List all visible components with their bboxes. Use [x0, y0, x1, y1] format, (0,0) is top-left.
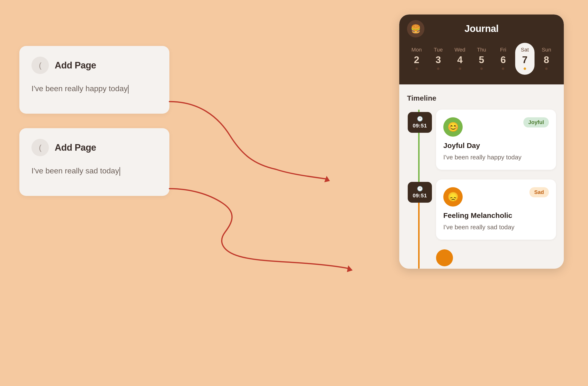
day-name-tue: Tue [434, 47, 443, 53]
journal-top: 🍔 Journal [407, 23, 556, 34]
day-name-fri: Fri [500, 47, 506, 53]
journal-card-2[interactable]: 😞 Sad Feeling Melancholic I've been real… [436, 180, 556, 240]
text-cursor-1 [128, 85, 128, 94]
day-name-mon: Mon [411, 47, 422, 53]
left-panel: ( Add Page I've been really happy today … [19, 46, 169, 196]
timeline-label: Timeline [407, 94, 556, 102]
journal-icon-wrap: 🍔 [407, 20, 424, 38]
mood-emoji-2: 😞 [447, 192, 459, 202]
time-badge-2: 🕐 09:51 [408, 182, 432, 203]
card-title-1: Add Page [55, 60, 96, 71]
day-number-wed: 4 [457, 55, 462, 64]
svg-marker-0 [324, 176, 331, 184]
day-sat[interactable]: Sat 7 [515, 43, 534, 75]
day-number-mon: 2 [414, 55, 419, 64]
journal-card-top-2: 😞 Sad [443, 187, 549, 206]
day-mon[interactable]: Mon 2 [407, 43, 426, 75]
day-number-sat: 7 [522, 55, 527, 64]
day-dot-tue [437, 67, 440, 70]
card-text-2: I've been really sad today [31, 165, 157, 177]
card-header-2: ( Add Page [31, 139, 157, 156]
card-text-1: I've been really happy today [31, 83, 157, 94]
journal-card-top-1: 😊 Joyful [443, 117, 549, 137]
day-dot-sun [545, 67, 547, 70]
time-text-2: 09:51 [413, 193, 427, 199]
entry-title-1: Joyful Day [443, 142, 549, 150]
journal-title: Journal [464, 23, 499, 34]
moon-icon-2: ( [31, 139, 49, 156]
card-header-1: ( Add Page [31, 57, 157, 74]
entry-title-2: Feeling Melancholic [443, 211, 549, 220]
day-number-fri: 6 [500, 55, 506, 64]
day-wed[interactable]: Wed 4 [450, 43, 469, 75]
day-fri[interactable]: Fri 6 [494, 43, 513, 75]
text-cursor-2 [120, 167, 120, 176]
timeline-entry-2: 🕐 09:51 😞 Sad Feeling Melancholic I've b… [436, 180, 556, 240]
day-dot-sat [524, 67, 526, 70]
card-title-2: Add Page [55, 142, 96, 153]
svg-marker-1 [347, 265, 354, 273]
day-dot-wed [459, 67, 461, 70]
time-text-1: 09:51 [413, 123, 427, 129]
entry-text-1: I've been really happy today [443, 153, 549, 162]
timeline-entry-1: 🕐 09:51 😊 Joyful Joyful Day I've been re… [436, 110, 556, 170]
day-number-tue: 3 [436, 55, 441, 64]
journal-app: 🍔 Journal Mon 2 Tue 3 Wed 4 [399, 15, 564, 269]
moon-icon: ( [31, 57, 49, 74]
day-tue[interactable]: Tue 3 [429, 43, 448, 75]
day-dot-mon [416, 67, 418, 70]
day-number-sun: 8 [544, 55, 549, 64]
days-row: Mon 2 Tue 3 Wed 4 Thu 5 [407, 43, 556, 75]
entry-text-2: I've been really sad today [443, 223, 549, 232]
add-page-card-2[interactable]: ( Add Page I've been really sad today [19, 128, 169, 196]
partial-mood-circle [436, 249, 453, 266]
clock-icon-2: 🕐 [412, 186, 428, 192]
mood-icon-2: 😞 [443, 187, 463, 206]
timeline-container: 🕐 09:51 😊 Joyful Joyful Day I've been re… [407, 110, 556, 269]
journal-header: 🍔 Journal Mon 2 Tue 3 Wed 4 [399, 15, 564, 84]
day-name-sun: Sun [542, 47, 551, 53]
time-badge-1: 🕐 09:51 [408, 112, 432, 133]
day-sun[interactable]: Sun 8 [537, 43, 556, 75]
day-number-thu: 5 [479, 55, 484, 64]
day-name-sat: Sat [521, 47, 529, 53]
journal-icon: 🍔 [411, 24, 421, 34]
mood-badge-1: Joyful [523, 117, 549, 127]
moon-symbol: ( [39, 61, 42, 70]
day-thu[interactable]: Thu 5 [472, 43, 491, 75]
mood-icon-1: 😊 [443, 117, 463, 137]
timeline-section: Timeline 🕐 09:51 😊 Joyful Joyful Da [399, 84, 564, 269]
mood-badge-2: Sad [529, 187, 549, 197]
moon-symbol-2: ( [39, 143, 42, 152]
day-name-wed: Wed [454, 47, 465, 53]
day-dot-thu [480, 67, 483, 70]
day-dot-fri [502, 67, 504, 70]
day-name-thu: Thu [477, 47, 486, 53]
journal-card-1[interactable]: 😊 Joyful Joyful Day I've been really hap… [436, 110, 556, 170]
clock-icon-1: 🕐 [412, 116, 428, 122]
timeline-entry-3-partial [436, 249, 556, 269]
add-page-card-1[interactable]: ( Add Page I've been really happy today [19, 46, 169, 114]
mood-emoji-1: 😊 [447, 122, 459, 132]
